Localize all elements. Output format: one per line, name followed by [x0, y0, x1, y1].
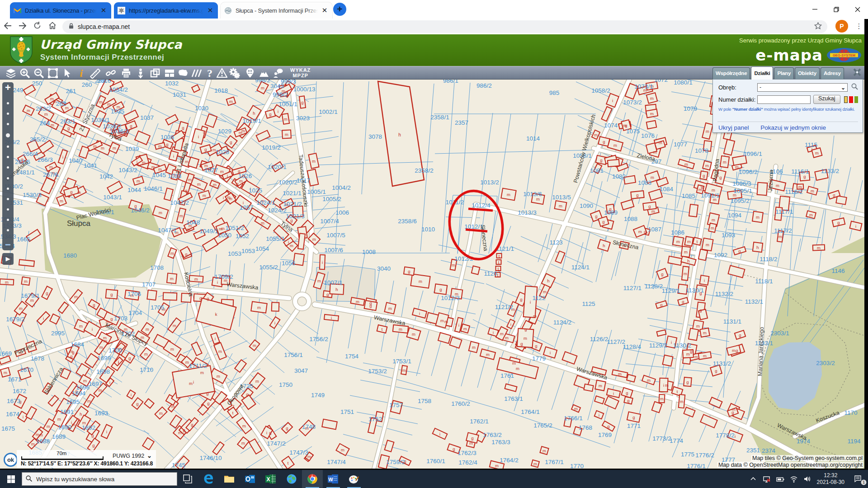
address-bar[interactable]: slupca.e-mapa.net — [62, 20, 827, 33]
battery-icon[interactable] — [774, 470, 787, 488]
select-area-icon[interactable] — [47, 67, 59, 80]
globe-icon[interactable] — [281, 470, 302, 488]
paint-icon[interactable] — [344, 470, 364, 488]
zoom-in-control[interactable]: + — [5, 82, 11, 93]
outlook-icon[interactable] — [240, 470, 260, 488]
single-window-link[interactable]: Pokazuj w jednym oknie — [760, 124, 826, 131]
browser-tab[interactable]: Działka ul. Słoneczna - przemysła✕ — [10, 2, 111, 19]
profile-avatar[interactable]: P — [835, 20, 848, 33]
copy-frame-icon[interactable] — [149, 67, 161, 80]
tab-close-icon[interactable]: ✕ — [321, 6, 329, 14]
zoom-level-dot[interactable] — [7, 229, 9, 231]
wykaz-mpzp-button[interactable]: WYKAZMPZP — [290, 67, 311, 78]
layers-icon[interactable] — [5, 67, 17, 80]
link-icon[interactable] — [104, 67, 117, 80]
measure-icon[interactable] — [89, 67, 102, 80]
taskbar-search[interactable]: Wpisz tu wyszukiwane słowa — [22, 472, 177, 486]
zoom-in-icon[interactable] — [19, 67, 31, 80]
help-icon[interactable]: ? — [203, 67, 216, 80]
task-view-icon[interactable] — [177, 470, 198, 488]
legend-swatch-green[interactable] — [854, 96, 858, 103]
chrome-icon[interactable] — [302, 470, 323, 488]
wifi-icon[interactable] — [787, 470, 801, 488]
browser-menu-icon[interactable]: ⋮ — [855, 20, 863, 33]
zoom-level-dot[interactable] — [7, 208, 9, 211]
bookmark-star-icon[interactable] — [814, 22, 822, 31]
excel-icon[interactable]: X — [260, 470, 281, 488]
display-error-icon[interactable] — [760, 470, 774, 488]
obreb-select[interactable]: -⌄ — [757, 83, 848, 92]
warning-icon[interactable] — [216, 67, 228, 80]
hatch-icon[interactable] — [190, 67, 203, 80]
street-view-icon[interactable] — [134, 67, 147, 80]
svg-text:1013/2: 1013/2 — [480, 179, 499, 186]
locate-people-icon[interactable] — [244, 67, 256, 80]
panel-tab-dziaki[interactable]: Działki — [751, 66, 773, 80]
zoom-level-dot[interactable] — [7, 113, 9, 115]
zoom-level-dot[interactable] — [7, 102, 9, 104]
crs-selector[interactable]: PUWG 1992 — [113, 453, 144, 459]
reload-button[interactable] — [30, 22, 45, 32]
bubble-icon[interactable] — [177, 67, 189, 80]
browser-tab[interactable]: https://przegladarka-ekw.ms.gov✕ — [114, 2, 218, 19]
minimize-button[interactable] — [804, 0, 826, 19]
chevron-up-icon[interactable] — [746, 470, 760, 488]
zoom-level-dot[interactable] — [7, 156, 9, 158]
split-view-icon[interactable] — [163, 67, 176, 80]
svg-text:1072: 1072 — [654, 80, 668, 83]
home-button[interactable] — [45, 22, 60, 32]
zoom-level-dot[interactable] — [7, 188, 9, 190]
mountains-icon[interactable] — [258, 67, 270, 80]
print-icon[interactable] — [120, 67, 132, 80]
new-tab-button[interactable]: + — [333, 3, 346, 16]
zoom-level-dot[interactable] — [7, 198, 9, 200]
explorer-icon[interactable] — [219, 470, 240, 488]
map-canvas[interactable]: hmgimmihmgmmimgmhmmmmmmmmmmmmmgmmmmmmgii… — [0, 80, 864, 469]
parcel-number-input[interactable] — [757, 95, 811, 104]
ok-badge[interactable]: ok — [4, 453, 18, 467]
szukaj-button[interactable]: Szukaj — [813, 95, 840, 104]
zoom-level-dot[interactable] — [7, 219, 9, 221]
zoom-level-dot[interactable] — [7, 177, 9, 179]
tab-close-icon[interactable]: ✕ — [206, 6, 214, 14]
svg-text:1000/13: 1000/13 — [293, 86, 316, 93]
edge-icon[interactable] — [198, 470, 219, 488]
expand-side-panel-button[interactable]: ▶ — [2, 253, 14, 265]
panel-tab-obiekty[interactable]: Obiekty — [795, 67, 820, 80]
action-center-icon[interactable]: 1 — [849, 470, 868, 488]
hide-panel-link[interactable]: Ukryj panel — [718, 124, 749, 131]
zoom-levels[interactable] — [2, 93, 14, 240]
forward-button[interactable] — [15, 22, 30, 32]
svg-text:1131/2: 1131/2 — [713, 360, 731, 367]
svg-text:266/4: 266/4 — [23, 150, 38, 157]
pointer-icon[interactable] — [61, 67, 73, 80]
panel-tab-adresy[interactable]: Adresy — [821, 67, 844, 80]
back-button[interactable] — [0, 22, 15, 32]
tab-close-icon[interactable]: ✕ — [99, 6, 108, 14]
volume-icon[interactable] — [801, 470, 814, 488]
panel-tab-wsprzdne[interactable]: Współrzędne — [712, 67, 750, 80]
zoom-out-control[interactable]: − — [5, 240, 11, 249]
browser-tab[interactable]: Słupca - System Informacji Przest✕ — [221, 2, 332, 19]
restore-button[interactable] — [826, 0, 847, 19]
search-icon[interactable] — [851, 83, 858, 92]
zoom-level-dot[interactable] — [7, 123, 9, 125]
svg-text:m: m — [137, 178, 140, 183]
zoom-level-dot[interactable] — [7, 166, 9, 169]
info-icon[interactable]: i — [75, 67, 88, 80]
person-comment-icon[interactable] — [272, 67, 284, 80]
zoom-level-dot[interactable] — [6, 133, 10, 137]
svg-text:1091/1: 1091/1 — [701, 192, 719, 199]
settings-icon[interactable] — [228, 67, 241, 80]
close-window-button[interactable] — [847, 0, 868, 19]
zoom-out-icon[interactable] — [33, 67, 45, 80]
taskbar-clock[interactable]: 12:322021-08-30 — [817, 472, 844, 486]
word-icon[interactable]: W — [323, 470, 344, 488]
close-panel-icon[interactable] — [853, 68, 862, 77]
start-button[interactable] — [0, 470, 22, 488]
panel-tab-plany[interactable]: Plany — [774, 67, 794, 80]
zoom-level-dot[interactable] — [7, 145, 9, 148]
legend-swatch-red[interactable] — [849, 96, 853, 103]
legend-swatch-yellow[interactable] — [844, 96, 848, 103]
zoom-control[interactable]: + − — [2, 82, 14, 250]
